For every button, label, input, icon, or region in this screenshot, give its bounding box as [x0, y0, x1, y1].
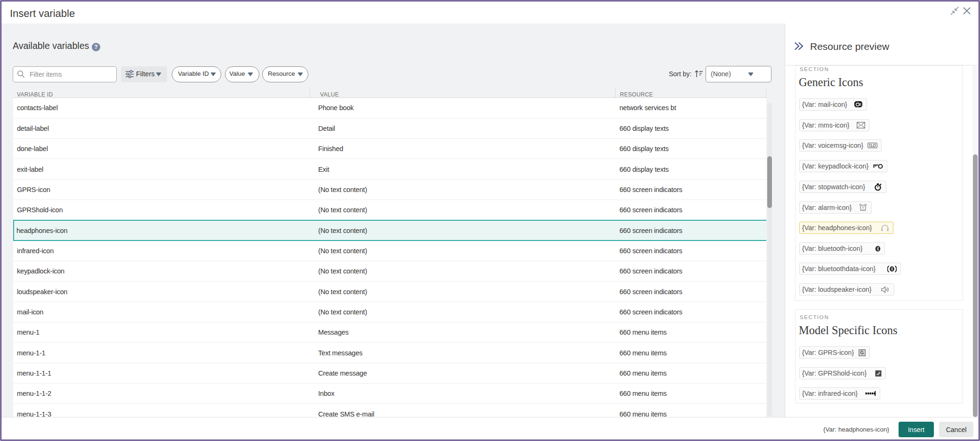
svg-text:?: ?: [94, 44, 97, 50]
svg-text:G: G: [860, 350, 864, 355]
